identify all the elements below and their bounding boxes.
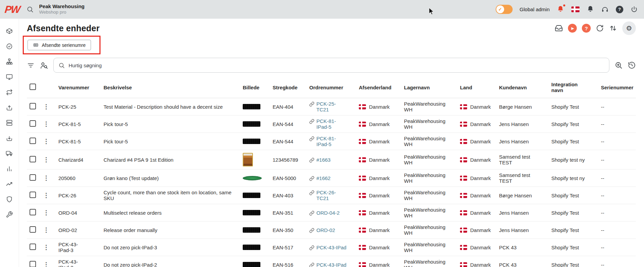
- row-checkbox[interactable]: [30, 192, 36, 198]
- order-link[interactable]: #1663: [309, 157, 353, 163]
- settings-icon[interactable]: ⚙: [622, 21, 636, 35]
- col-lagernavn[interactable]: Lagernavn: [401, 77, 457, 98]
- order-link[interactable]: ORD-04-2: [309, 210, 353, 216]
- inbox-icon[interactable]: [555, 24, 563, 32]
- sidebar-terminal-icon[interactable]: [6, 73, 13, 81]
- row-menu-icon[interactable]: ⋮: [43, 192, 49, 199]
- sidebar-shield-icon[interactable]: [6, 196, 13, 203]
- product-image[interactable]: [243, 139, 260, 144]
- admin-mode-toggle[interactable]: ✓: [496, 5, 513, 14]
- col-afsenderland[interactable]: Afsenderland: [356, 77, 401, 98]
- shipped-serials-button[interactable]: Afsendte serienumre: [27, 40, 91, 50]
- row-menu-icon[interactable]: ⋮: [43, 209, 49, 216]
- sidebar-bar-chart-icon[interactable]: [6, 165, 13, 172]
- product-image[interactable]: [243, 210, 260, 215]
- order-link[interactable]: PCK-26-TC21: [309, 190, 353, 201]
- sort-icon[interactable]: [609, 24, 617, 32]
- col-kundenavn[interactable]: Kundenavn: [496, 77, 549, 98]
- product-image[interactable]: [243, 245, 260, 250]
- product-image[interactable]: [243, 193, 260, 198]
- col-integration-navn[interactable]: Integration navn: [549, 77, 598, 98]
- order-link[interactable]: PCK-25-TC21: [309, 101, 353, 112]
- row-menu-icon[interactable]: ⋮: [43, 244, 49, 251]
- order-link[interactable]: PCK-81-IPad-5: [309, 118, 353, 130]
- quick-search-input[interactable]: [69, 63, 604, 68]
- table-row[interactable]: ⋮ PCK-26 Cycle count, more than one stoc…: [27, 187, 636, 204]
- table-row[interactable]: ⋮ PCK-25 Test Material - Description sho…: [27, 98, 636, 115]
- row-checkbox[interactable]: [30, 261, 36, 267]
- row-kebab-cell: ⋮: [40, 98, 56, 115]
- row-menu-icon[interactable]: ⋮: [43, 227, 49, 233]
- refresh-icon[interactable]: [596, 24, 604, 32]
- col-billede[interactable]: Billede: [240, 77, 270, 98]
- sidebar-transfer-icon[interactable]: [6, 89, 13, 96]
- row-menu-icon[interactable]: ⋮: [43, 156, 49, 163]
- order-link[interactable]: PCK-43-IPad: [309, 262, 353, 267]
- product-image[interactable]: [243, 121, 260, 127]
- row-menu-icon[interactable]: ⋮: [43, 138, 49, 145]
- notifications-bell-icon[interactable]: [587, 5, 594, 14]
- row-checkbox[interactable]: [30, 174, 36, 181]
- help-circle-icon[interactable]: ?: [582, 24, 591, 33]
- row-menu-icon[interactable]: ⋮: [43, 121, 49, 127]
- product-image[interactable]: [243, 153, 253, 166]
- table-row[interactable]: ⋮ 205060 Grøn kano (Test update) EAN-500…: [27, 170, 636, 187]
- sidebar-inventory-icon[interactable]: [6, 119, 13, 126]
- col-stregkode[interactable]: Stregkode: [270, 77, 307, 98]
- alerts-icon[interactable]: [557, 5, 564, 14]
- row-menu-icon[interactable]: ⋮: [43, 103, 49, 110]
- col-beskrivelse[interactable]: Beskrivelse: [101, 77, 240, 98]
- table-row[interactable]: ⋮ ORD-04 Multiselect release orders EAN-…: [27, 204, 636, 221]
- sidebar-truck-icon[interactable]: [6, 150, 13, 157]
- tutorial-play-icon[interactable]: ▶: [568, 24, 577, 33]
- table-row[interactable]: ⋮ Charizard4 Charizard #4 PSA 9 1st Edit…: [27, 150, 636, 170]
- product-image[interactable]: [243, 227, 260, 233]
- order-link[interactable]: PCK-43-IPad: [309, 245, 353, 250]
- table-row[interactable]: ⋮ PCK-81-5 Pick tour-5 EAN-544 PCK-81-IP…: [27, 115, 636, 133]
- order-link[interactable]: PCK-81-IPad-5: [309, 136, 353, 147]
- row-checkbox[interactable]: [30, 103, 36, 109]
- col-serienummer[interactable]: Serienummer: [598, 77, 636, 98]
- global-search-icon[interactable]: [26, 6, 34, 13]
- col-land[interactable]: Land: [457, 77, 496, 98]
- power-icon[interactable]: [630, 6, 638, 13]
- row-menu-icon[interactable]: ⋮: [43, 175, 49, 181]
- search-history-icon[interactable]: [628, 61, 636, 69]
- row-checkbox[interactable]: [30, 226, 36, 233]
- help-icon[interactable]: ?: [616, 6, 623, 13]
- sidebar-wrench-icon[interactable]: [6, 211, 13, 218]
- support-headset-icon[interactable]: [601, 6, 609, 13]
- person-search-icon[interactable]: [40, 61, 48, 70]
- row-menu-icon[interactable]: ⋮: [43, 261, 49, 267]
- denmark-flag-icon[interactable]: [571, 6, 579, 12]
- order-link[interactable]: #1662: [309, 175, 353, 181]
- product-image[interactable]: [243, 104, 260, 109]
- row-checkbox-cell: [27, 150, 40, 170]
- sidebar-outbound-icon[interactable]: [6, 104, 13, 111]
- sidebar-package-icon[interactable]: [6, 28, 13, 35]
- select-all-checkbox[interactable]: [30, 84, 36, 90]
- col-ordrenummer[interactable]: Ordrenummer: [307, 77, 356, 98]
- product-image[interactable]: [243, 176, 262, 180]
- filter-icon[interactable]: [27, 61, 35, 69]
- sidebar-sitemap-icon[interactable]: [6, 58, 13, 65]
- table-row[interactable]: ⋮ PCK-81-5 Pick tour-5 EAN-544 PCK-81-IP…: [27, 133, 636, 150]
- row-checkbox[interactable]: [30, 244, 36, 250]
- table-row[interactable]: ⋮ PCK-43-IPad-2 Do not zero pick-IPad-2 …: [27, 256, 636, 267]
- col-varenummer[interactable]: Varenummer: [56, 77, 101, 98]
- quick-search-box[interactable]: [53, 58, 609, 73]
- row-checkbox[interactable]: [30, 156, 36, 162]
- order-link[interactable]: ORD-02: [309, 227, 353, 233]
- row-checkbox[interactable]: [30, 120, 36, 127]
- sidebar-inbound-icon[interactable]: [6, 135, 13, 142]
- order-number: ORD-02: [316, 227, 335, 233]
- search-plus-icon[interactable]: [614, 61, 623, 69]
- row-checkbox[interactable]: [30, 138, 36, 144]
- sidebar-trend-icon[interactable]: [6, 180, 13, 188]
- row-checkbox[interactable]: [30, 209, 36, 215]
- peak-logo[interactable]: PW: [4, 4, 20, 15]
- product-image[interactable]: [243, 262, 260, 267]
- table-row[interactable]: ⋮ ORD-02 Release order manually EAN-350 …: [27, 221, 636, 239]
- sidebar-check-circle-icon[interactable]: [6, 43, 13, 50]
- table-row[interactable]: ⋮ PCK-43-IPad-3 Do not zero pick-IPad-3 …: [27, 239, 636, 256]
